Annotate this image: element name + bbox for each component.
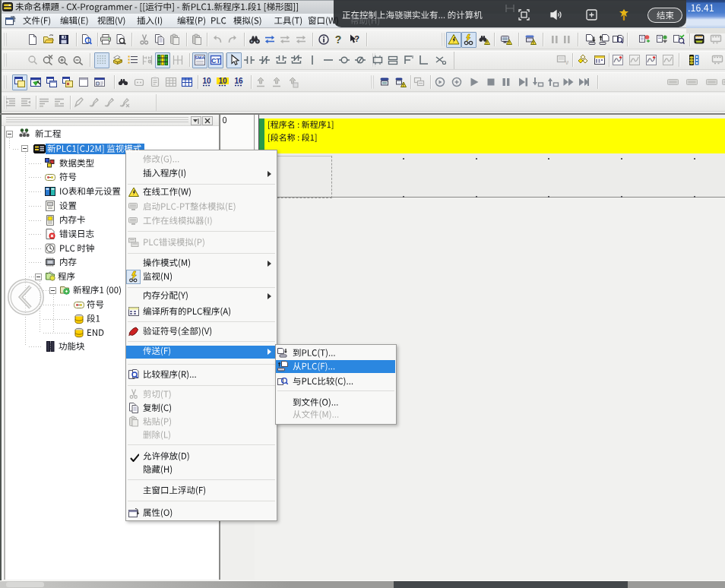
svg-text:10: 10: [218, 77, 227, 85]
svg-text:?: ?: [354, 34, 359, 43]
svg-text:SMA: SMA: [195, 55, 205, 60]
svg-text:W: W: [565, 60, 568, 65]
svg-text:16: 16: [234, 77, 243, 85]
svg-text:?: ?: [335, 33, 342, 46]
svg-text:CT: CT: [211, 57, 220, 65]
svg-text:10: 10: [202, 77, 211, 85]
